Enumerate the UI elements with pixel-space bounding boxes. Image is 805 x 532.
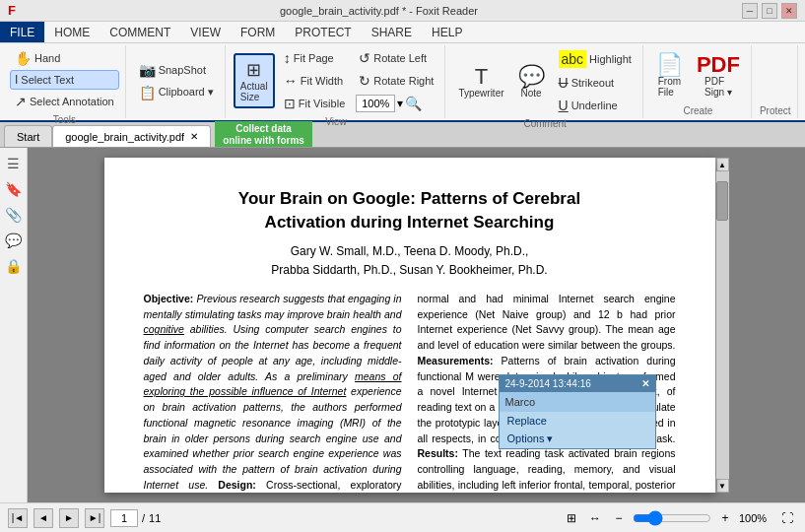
- fit-page-button[interactable]: ↕Fit Page: [279, 47, 350, 69]
- clipboard-button[interactable]: 📋Clipboard ▾: [134, 82, 219, 103]
- annotation-actions: Replace Options ▾: [500, 412, 655, 448]
- view-group-label: View: [325, 116, 347, 127]
- minimize-button[interactable]: ─: [742, 3, 758, 19]
- left-sidebar: ☰ 🔖 📎 💬 🔒: [0, 148, 28, 502]
- menu-comment[interactable]: COMMENT: [100, 22, 180, 42]
- ribbon-group-clipboard: 📷SnapShot 📋Clipboard ▾: [128, 45, 226, 118]
- sidebar-bookmark-icon[interactable]: 🔖: [2, 177, 26, 201]
- pdf-authors: Gary W. Small, M.D., Teena D. Moody, Ph.…: [144, 242, 676, 280]
- main-area: ☰ 🔖 📎 💬 🔒 Your Brain on Google: Patterns…: [0, 148, 805, 502]
- menu-share[interactable]: SHARE: [362, 22, 422, 42]
- menu-bar: FILE HOME COMMENT VIEW FORM PROTECT SHAR…: [0, 22, 805, 43]
- status-bar: |◄ ◄ ► ►| / 11 ⊞ ↔ − + 100% ⛶: [0, 502, 805, 532]
- highlight-button[interactable]: abcHighlight: [554, 47, 637, 71]
- menu-view[interactable]: VIEW: [180, 22, 231, 42]
- zoom-dropdown-btn[interactable]: ▾: [397, 97, 403, 110]
- annotation-header: 24-9-2014 13:44:16 ✕: [500, 375, 655, 392]
- protect-group-label: Protect: [760, 105, 791, 116]
- annotation-author: Marco: [505, 396, 536, 408]
- sidebar-security-icon[interactable]: 🔒: [2, 254, 26, 278]
- tabs-bar: Start google_brain_activity.pdf ✕ Collec…: [0, 122, 805, 148]
- window-title: google_brain_activity.pdf * - Foxit Read…: [280, 5, 478, 17]
- annotation-timestamp: 24-9-2014 13:44:16: [505, 378, 591, 389]
- snapshot-button[interactable]: 📷SnapShot: [134, 59, 219, 81]
- right-scrollbar: ▲ ▼: [715, 158, 729, 493]
- fit-width-button[interactable]: ↔Fit Width: [279, 70, 350, 92]
- pdf-page: Your Brain on Google: Patterns of Cerebr…: [104, 158, 715, 493]
- fit-visible-button[interactable]: ⊡Fit Visible: [279, 93, 350, 114]
- fit-page-status-button[interactable]: ⊞: [562, 508, 581, 528]
- sidebar-attachment-icon[interactable]: 📎: [2, 203, 26, 227]
- typewriter-button[interactable]: T Typewriter: [453, 54, 508, 109]
- rotate-left-button[interactable]: ↺Rotate Left: [354, 47, 438, 69]
- close-button[interactable]: ✕: [781, 3, 797, 19]
- ribbon-group-create: 📄 FromFile PDF PDFSign ▾ Create: [645, 45, 752, 118]
- pdf-area: Your Brain on Google: Patterns of Cerebr…: [28, 148, 805, 502]
- next-page-button[interactable]: ►: [59, 508, 79, 528]
- annotation-options-button[interactable]: Options ▾: [500, 430, 655, 448]
- select-text-button[interactable]: ISelect Text: [10, 70, 119, 90]
- strikeout-button[interactable]: UStrikeout: [554, 72, 637, 94]
- select-annotation-button[interactable]: ↗Select Annotation: [10, 91, 119, 112]
- ribbon-group-links: 🔖 Bookmark Links: [800, 45, 805, 118]
- comment-group-label: Comment: [523, 118, 566, 129]
- annotation-close-button[interactable]: ✕: [641, 378, 649, 389]
- collect-data-button[interactable]: Collect data online with forms: [215, 121, 312, 147]
- zoom-out-status-button[interactable]: −: [609, 508, 629, 528]
- zoom-percent-label: 100%: [739, 512, 773, 524]
- menu-file[interactable]: FILE: [0, 22, 44, 42]
- fit-width-status-button[interactable]: ↔: [585, 508, 605, 528]
- menu-home[interactable]: HOME: [44, 22, 100, 42]
- actual-size-button[interactable]: ⊞ ActualSize: [234, 53, 275, 108]
- ribbon-group-view: ⊞ ActualSize ↕Fit Page ↔Fit Width ⊡Fit V…: [228, 45, 446, 118]
- zoom-input[interactable]: [356, 95, 395, 112]
- status-icons: ⊞ ↔ − + 100% ⛶: [562, 508, 797, 528]
- tab-start[interactable]: Start: [4, 125, 52, 147]
- first-page-button[interactable]: |◄: [8, 508, 28, 528]
- tab-close-button[interactable]: ✕: [190, 131, 198, 142]
- zoom-in-btn[interactable]: 🔍: [405, 96, 422, 111]
- sidebar-comment-icon[interactable]: 💬: [2, 229, 26, 252]
- menu-protect[interactable]: PROTECT: [285, 22, 361, 42]
- maximize-button[interactable]: □: [762, 3, 777, 19]
- title-bar: F google_brain_activity.pdf * - Foxit Re…: [0, 0, 805, 22]
- from-file-button[interactable]: 📄 FromFile: [651, 48, 688, 103]
- zoom-slider[interactable]: [633, 511, 711, 525]
- page-number-input[interactable]: [110, 509, 138, 527]
- pdf-sign-button[interactable]: PDF PDFSign ▾: [692, 48, 745, 103]
- pdf-title: Your Brain on Google: Patterns of Cerebr…: [144, 187, 676, 234]
- fullscreen-button[interactable]: ⛶: [777, 508, 797, 528]
- ribbon: ✋Hand ISelect Text ↗Select Annotation To…: [0, 43, 805, 122]
- annotation-replace-button[interactable]: Replace: [500, 412, 655, 430]
- app-icon: F: [8, 3, 16, 18]
- total-pages: 11: [149, 512, 161, 524]
- ribbon-group-tools: ✋Hand ISelect Text ↗Select Annotation To…: [4, 45, 126, 118]
- prev-page-button[interactable]: ◄: [34, 508, 53, 528]
- menu-form[interactable]: FORM: [231, 22, 285, 42]
- ribbon-group-protect: Protect: [754, 45, 798, 118]
- page-info: / 11: [110, 509, 161, 527]
- create-group-label: Create: [683, 105, 712, 116]
- tab-document[interactable]: google_brain_activity.pdf ✕: [52, 125, 211, 147]
- scrollbar-track[interactable]: [716, 171, 729, 479]
- scroll-up-button[interactable]: ▲: [716, 158, 729, 171]
- ribbon-group-comment: T Typewriter 💬 Note abcHighlight UStrike…: [447, 45, 643, 118]
- last-page-button[interactable]: ►|: [85, 508, 104, 528]
- sidebar-nav-icon[interactable]: ☰: [2, 152, 26, 175]
- zoom-in-status-button[interactable]: +: [715, 508, 735, 528]
- menu-help[interactable]: HELP: [422, 22, 472, 42]
- annotation-popup: 24-9-2014 13:44:16 ✕ Marco Replace Optio…: [499, 374, 656, 449]
- scroll-down-button[interactable]: ▼: [716, 479, 729, 493]
- note-button[interactable]: 💬 Note: [513, 54, 550, 109]
- annotation-body: Marco: [500, 392, 655, 412]
- window-controls: ─ □ ✕: [742, 3, 797, 19]
- underline-button[interactable]: UUnderline: [554, 95, 637, 116]
- hand-tool-button[interactable]: ✋Hand: [10, 47, 119, 69]
- scrollbar-thumb[interactable]: [716, 181, 728, 221]
- rotate-right-button[interactable]: ↻Rotate Right: [354, 70, 438, 92]
- tools-group-label: Tools: [53, 114, 76, 125]
